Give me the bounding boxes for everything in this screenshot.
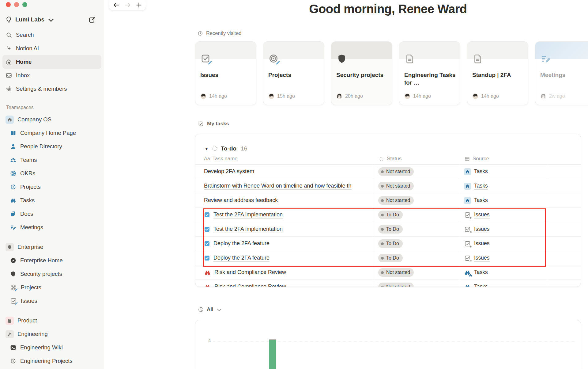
plus-icon[interactable] (135, 2, 142, 9)
inbox-icon (6, 72, 12, 79)
status-badge[interactable]: Not started (378, 283, 414, 287)
column-task-name[interactable]: Aa Task name (195, 156, 374, 162)
card-title: Meetings (540, 71, 588, 79)
task-title[interactable]: Test the 2FA implementation (213, 211, 283, 219)
sidebar-item-label: Product (17, 317, 37, 324)
card-issues[interactable]: Issues 14h ago (195, 41, 256, 105)
sidebar-item-enterprise-projects[interactable]: Projects (2, 281, 101, 294)
todo-group-header[interactable]: ▼ To-do 16 (205, 144, 581, 153)
checkbox-checked-icon[interactable] (204, 212, 210, 218)
source-link[interactable]: Issues (464, 254, 490, 262)
sidebar-item-enterprise-home[interactable]: Enterprise Home (2, 254, 101, 267)
task-title[interactable]: Review and address feedback (204, 197, 278, 204)
table-row[interactable]: Brainstorm with Renee Ward on timeline a… (195, 179, 581, 193)
chart-filter[interactable]: All (195, 306, 581, 313)
sidebar-item-teams[interactable]: Teams (2, 153, 101, 167)
sidebar-item-label: Docs (20, 211, 33, 217)
sidebar-item-settings[interactable]: Settings & members (2, 82, 101, 96)
sidebar-item-search[interactable]: Search (2, 28, 101, 42)
sidebar-item-okrs[interactable]: OKRs (2, 167, 101, 180)
card-engineering-tasks[interactable]: Engineering Tasks for … 14h ago (399, 41, 460, 105)
status-badge[interactable]: To Do (378, 225, 403, 234)
forward-arrow-icon[interactable] (124, 2, 131, 9)
table-row[interactable]: Risk and Compliance Review Not started T… (195, 280, 581, 287)
sidebar-item-meetings[interactable]: Meetings (2, 221, 101, 234)
status-badge[interactable]: Not started (378, 167, 414, 176)
task-title[interactable]: Deploy the 2FA feature (213, 240, 270, 247)
source-link[interactable]: Issues (464, 240, 490, 247)
sidebar-item-engineering[interactable]: Engineering (2, 327, 101, 341)
sidebar-item-security-projects[interactable]: Security projects (2, 267, 101, 281)
status-badge[interactable]: Not started (378, 268, 414, 277)
table-row[interactable]: Review and address feedback Not started … (195, 193, 581, 208)
sidebar-item-enterprise[interactable]: Enterprise (2, 240, 101, 254)
task-title[interactable]: Risk and Compliance Review (214, 283, 286, 287)
sidebar-item-product[interactable]: Product (2, 314, 101, 327)
task-title[interactable]: Deploy the 2FA feature (213, 254, 270, 262)
task-title[interactable]: Brainstorm with Renee Ward on timeline a… (204, 182, 352, 190)
people-icon (10, 157, 17, 163)
task-title[interactable]: Risk and Compliance Review (214, 269, 286, 276)
minimize-button[interactable] (14, 2, 19, 7)
card-security-projects[interactable]: Security projects 20h ago (331, 41, 392, 105)
column-status[interactable]: Status (374, 156, 460, 162)
card-projects[interactable]: Projects 15h ago (263, 41, 324, 105)
house-overlay-icon (469, 274, 472, 277)
sidebar-item-tasks[interactable]: Tasks (2, 194, 101, 207)
close-button[interactable] (6, 2, 11, 7)
status-badge[interactable]: Not started (378, 196, 414, 205)
column-source[interactable]: Source (460, 156, 547, 162)
zoom-button[interactable] (22, 2, 27, 7)
sidebar-item-inbox[interactable]: Inbox (2, 69, 101, 82)
table-row-highlighted[interactable]: Test the 2FA implementation To Do Issues (195, 208, 581, 222)
sidebar-item-notion-ai[interactable]: Notion AI (2, 42, 101, 55)
table-row-highlighted[interactable]: Test the 2FA implementation To Do Issues (195, 222, 581, 237)
table-row-highlighted[interactable]: Deploy the 2FA feature To Do Issues (195, 237, 581, 251)
source-link[interactable]: Issues (464, 226, 490, 233)
source-link[interactable]: Tasks (464, 182, 488, 190)
status-badge[interactable]: To Do (378, 211, 403, 219)
source-link[interactable]: Tasks (464, 168, 488, 175)
card-timestamp: 14h ago (413, 93, 431, 99)
source-link[interactable]: Tasks (464, 197, 488, 204)
sidebar-item-engineering-wiki[interactable]: Engineering Wiki (2, 341, 101, 354)
table-row[interactable]: Develop 2FA system Not started Tasks (195, 165, 581, 179)
sidebar-item-company-home-page[interactable]: Company Home Page (2, 126, 101, 140)
status-badge[interactable]: To Do (378, 239, 403, 248)
status-badge[interactable]: To Do (378, 254, 403, 262)
checkbox-checked-icon[interactable] (204, 241, 210, 247)
task-title[interactable]: Develop 2FA system (204, 168, 254, 175)
source-link[interactable]: Issues (464, 211, 490, 219)
workspace-switcher[interactable]: Lumi Labs (0, 13, 104, 26)
table-row[interactable]: Risk and Compliance Review Not started T… (195, 265, 581, 280)
sidebar-item-enterprise-issues[interactable]: Issues (2, 294, 101, 308)
sidebar-item-label: Enterprise Home (20, 257, 63, 264)
tasks-bar-chart: 4 (195, 320, 581, 369)
checkbox-checked-icon[interactable] (204, 255, 210, 261)
compose-icon[interactable] (88, 16, 96, 24)
checkbox-checked-icon[interactable] (204, 226, 210, 232)
shield-icon (7, 245, 12, 250)
spinner-icon (379, 156, 384, 162)
status-badge[interactable]: Not started (378, 182, 414, 190)
chart-bar[interactable] (269, 340, 276, 369)
task-title[interactable]: Test the 2FA implementation (213, 226, 283, 233)
sidebar-item-home[interactable]: Home (2, 55, 101, 69)
sidebar-item-projects[interactable]: Projects (2, 180, 101, 194)
target-pencil-icon (268, 53, 279, 64)
card-timestamp: 14h ago (481, 93, 499, 99)
card-standup-2fa[interactable]: Standup | 2FA 14h ago (467, 41, 528, 105)
source-link[interactable]: Tasks (464, 269, 488, 276)
collapse-triangle-icon[interactable]: ▼ (205, 146, 209, 151)
source-link[interactable]: Tasks (464, 283, 488, 287)
dot-overlay-icon (469, 245, 472, 248)
card-meetings[interactable]: Meetings 2w ago (535, 41, 588, 105)
table-icon (464, 156, 470, 162)
table-row-highlighted[interactable]: Deploy the 2FA feature To Do Issues (195, 251, 581, 265)
sidebar-item-people-directory[interactable]: People Directory (2, 140, 101, 153)
checkbox-pencil-icon (10, 297, 17, 305)
sidebar-item-docs[interactable]: Docs (2, 207, 101, 221)
back-arrow-icon[interactable] (113, 2, 120, 9)
sidebar-item-engineering-projects[interactable]: Engineering Projects (2, 354, 101, 368)
sidebar-item-company-os[interactable]: Company OS (2, 113, 101, 126)
